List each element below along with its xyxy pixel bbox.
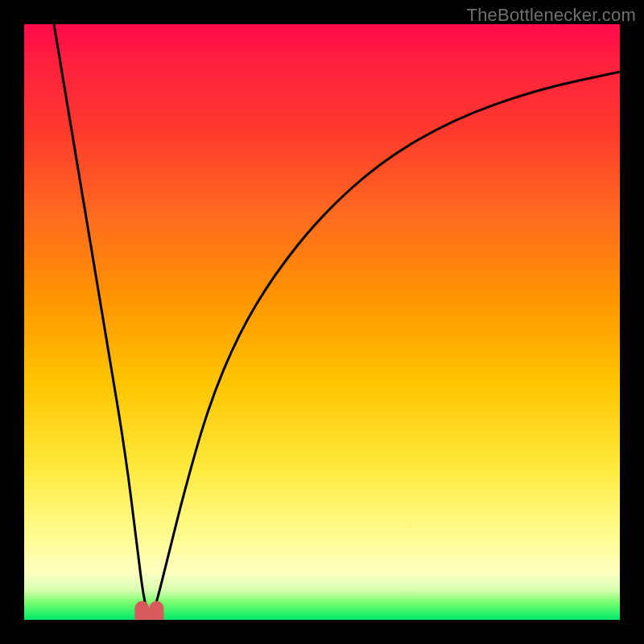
- chart-stage: TheBottlenecker.com: [0, 0, 644, 644]
- bottleneck-curve-path: [54, 24, 620, 616]
- plot-area: [24, 24, 620, 620]
- attribution-text: TheBottlenecker.com: [467, 5, 636, 26]
- bottleneck-curve-svg: [24, 24, 620, 620]
- minimum-marker-icon: [142, 609, 156, 620]
